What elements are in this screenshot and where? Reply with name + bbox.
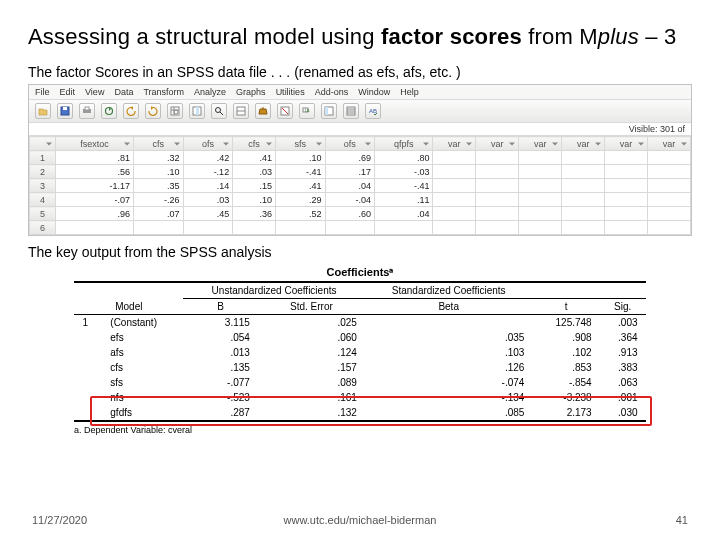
show-all-icon[interactable] xyxy=(343,103,359,119)
cell[interactable] xyxy=(648,207,691,221)
col-header[interactable]: var xyxy=(519,137,562,151)
col-header[interactable]: sfs xyxy=(276,137,326,151)
row-header[interactable]: 4 xyxy=(30,193,56,207)
cell[interactable]: -.41 xyxy=(276,165,326,179)
spellcheck-icon[interactable]: AB xyxy=(365,103,381,119)
cell[interactable] xyxy=(605,151,648,165)
cell[interactable] xyxy=(476,221,519,235)
cell[interactable] xyxy=(562,165,605,179)
select-icon[interactable] xyxy=(277,103,293,119)
cell[interactable] xyxy=(605,179,648,193)
cell[interactable] xyxy=(605,207,648,221)
col-header[interactable]: var xyxy=(476,137,519,151)
col-header[interactable]: var xyxy=(433,137,476,151)
save-icon[interactable] xyxy=(57,103,73,119)
cell[interactable]: .10 xyxy=(233,193,276,207)
redo-icon[interactable] xyxy=(145,103,161,119)
col-header[interactable]: cfs xyxy=(134,137,184,151)
cell[interactable]: .14 xyxy=(183,179,233,193)
spss-data-grid[interactable]: fsextoc cfs ofs cfs sfs ofs qfpfs var va… xyxy=(29,136,691,235)
cell[interactable] xyxy=(433,179,476,193)
menu-addons[interactable]: Add-ons xyxy=(315,87,349,97)
cell[interactable] xyxy=(56,221,134,235)
value-labels-icon[interactable]: 1A xyxy=(299,103,315,119)
goto-var-icon[interactable] xyxy=(189,103,205,119)
cell[interactable]: .56 xyxy=(56,165,134,179)
cell[interactable] xyxy=(648,151,691,165)
cell[interactable] xyxy=(476,193,519,207)
row-header[interactable]: 2 xyxy=(30,165,56,179)
find-icon[interactable] xyxy=(211,103,227,119)
row-header[interactable]: 6 xyxy=(30,221,56,235)
col-header[interactable]: ofs xyxy=(183,137,233,151)
cell[interactable] xyxy=(476,151,519,165)
weight-icon[interactable] xyxy=(255,103,271,119)
cell[interactable] xyxy=(134,221,184,235)
cell[interactable] xyxy=(433,165,476,179)
cell[interactable]: -.07 xyxy=(56,193,134,207)
table-row[interactable]: 1.81.32.42.41.10.69.80 xyxy=(30,151,691,165)
cell[interactable] xyxy=(433,207,476,221)
undo-icon[interactable] xyxy=(123,103,139,119)
cell[interactable]: -.12 xyxy=(183,165,233,179)
menu-graphs[interactable]: Graphs xyxy=(236,87,266,97)
table-row[interactable]: 2.56.10-.12.03-.41.17-.03 xyxy=(30,165,691,179)
cell[interactable]: .07 xyxy=(134,207,184,221)
menu-edit[interactable]: Edit xyxy=(60,87,76,97)
cell[interactable]: .52 xyxy=(276,207,326,221)
cell[interactable] xyxy=(519,165,562,179)
cell[interactable]: .04 xyxy=(325,179,375,193)
col-header[interactable]: var xyxy=(648,137,691,151)
cell[interactable]: .81 xyxy=(56,151,134,165)
goto-icon[interactable] xyxy=(167,103,183,119)
table-row[interactable]: 5.96.07.45.36.52.60.04 xyxy=(30,207,691,221)
use-sets-icon[interactable] xyxy=(321,103,337,119)
cell[interactable] xyxy=(433,193,476,207)
cell[interactable]: .10 xyxy=(276,151,326,165)
cell[interactable]: .17 xyxy=(325,165,375,179)
menu-analyze[interactable]: Analyze xyxy=(194,87,226,97)
cell[interactable]: .41 xyxy=(276,179,326,193)
cell[interactable]: -.03 xyxy=(375,165,433,179)
col-header[interactable]: fsextoc xyxy=(56,137,134,151)
cell[interactable] xyxy=(562,151,605,165)
cell[interactable] xyxy=(562,193,605,207)
cell[interactable]: .45 xyxy=(183,207,233,221)
spss-menubar[interactable]: File Edit View Data Transform Analyze Gr… xyxy=(29,85,691,100)
cell[interactable] xyxy=(519,193,562,207)
cell[interactable]: .10 xyxy=(134,165,184,179)
cell[interactable]: .03 xyxy=(233,165,276,179)
cell[interactable]: .04 xyxy=(375,207,433,221)
cell[interactable]: .42 xyxy=(183,151,233,165)
menu-data[interactable]: Data xyxy=(114,87,133,97)
cell[interactable] xyxy=(476,165,519,179)
cell[interactable]: .80 xyxy=(375,151,433,165)
menu-utilities[interactable]: Utilities xyxy=(276,87,305,97)
cell[interactable]: .36 xyxy=(233,207,276,221)
cell[interactable] xyxy=(183,221,233,235)
cell[interactable] xyxy=(433,151,476,165)
col-header[interactable]: ofs xyxy=(325,137,375,151)
cell[interactable] xyxy=(476,207,519,221)
cell[interactable]: .29 xyxy=(276,193,326,207)
cell[interactable] xyxy=(605,193,648,207)
cell[interactable] xyxy=(375,221,433,235)
cell[interactable]: .60 xyxy=(325,207,375,221)
cell[interactable] xyxy=(562,179,605,193)
cell[interactable]: -1.17 xyxy=(56,179,134,193)
cell[interactable] xyxy=(605,165,648,179)
cell[interactable] xyxy=(519,207,562,221)
cell[interactable]: .32 xyxy=(134,151,184,165)
col-header[interactable]: qfpfs xyxy=(375,137,433,151)
recall-icon[interactable] xyxy=(101,103,117,119)
row-header[interactable]: 5 xyxy=(30,207,56,221)
cell[interactable] xyxy=(476,179,519,193)
cell[interactable]: .41 xyxy=(233,151,276,165)
cell[interactable] xyxy=(562,221,605,235)
menu-file[interactable]: File xyxy=(35,87,50,97)
cell[interactable]: .15 xyxy=(233,179,276,193)
table-row[interactable]: 6 xyxy=(30,221,691,235)
col-header[interactable]: var xyxy=(605,137,648,151)
col-header[interactable]: var xyxy=(562,137,605,151)
cell[interactable] xyxy=(648,221,691,235)
